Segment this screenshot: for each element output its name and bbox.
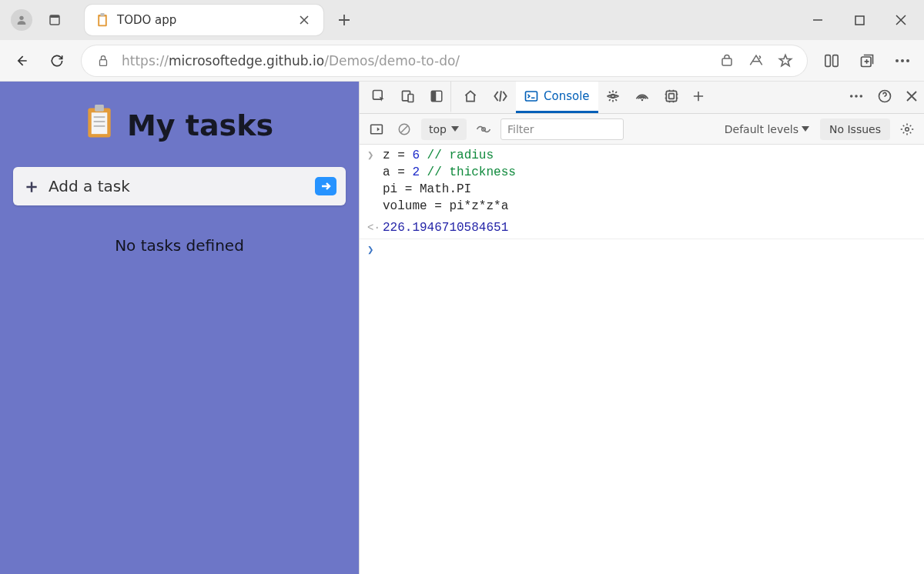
issues-button[interactable]: No Issues (820, 118, 890, 140)
execution-context-label: top (429, 123, 447, 135)
add-task-placeholder: Add a task (49, 177, 307, 195)
svg-point-12 (896, 59, 899, 62)
svg-rect-6 (855, 16, 864, 25)
devtools-help-icon[interactable] (870, 82, 899, 113)
tab-title: TODO app (117, 13, 288, 27)
devtools-tabstrip: Console (360, 82, 924, 114)
execution-context-select[interactable]: top (421, 118, 467, 140)
log-levels-label: Default levels (725, 123, 798, 135)
clear-console-icon[interactable] (393, 118, 415, 140)
svg-rect-23 (408, 95, 413, 102)
address-bar[interactable]: https://microsoftedge.github.io/Demos/de… (82, 45, 807, 76)
svg-rect-35 (371, 125, 383, 133)
inspect-element-icon[interactable] (364, 82, 393, 113)
devtools-panel: Console (359, 82, 924, 574)
settings-more-icon[interactable] (887, 45, 918, 76)
shopping-icon[interactable] (716, 50, 738, 72)
svg-rect-17 (95, 105, 104, 112)
svg-rect-8 (722, 58, 732, 65)
toggle-sidebar-icon[interactable] (366, 118, 387, 140)
svg-point-31 (850, 95, 853, 98)
svg-point-32 (855, 95, 858, 98)
url-text: https://microsoftedge.github.io/Demos/de… (122, 53, 460, 68)
window-close-button[interactable] (881, 5, 921, 35)
browser-toolbar: https://microsoftedge.github.io/Demos/de… (0, 40, 924, 82)
console-filter-input[interactable]: Filter (500, 118, 624, 140)
tab-elements[interactable] (485, 82, 516, 113)
refresh-button[interactable] (42, 45, 72, 76)
svg-rect-30 (668, 94, 674, 99)
favorite-icon[interactable] (775, 50, 796, 72)
tab-sources[interactable] (598, 82, 628, 113)
console-output[interactable]: ❯ z = 6 // radius a = 2 // thickness pi … (360, 145, 924, 574)
svg-rect-9 (825, 55, 831, 66)
clipboard-icon (85, 105, 113, 145)
chevron-left-icon: <· (367, 219, 378, 236)
split-screen-icon[interactable] (816, 45, 847, 76)
console-result-value: 226.1946710584651 (383, 221, 508, 235)
tab-console-label: Console (544, 89, 590, 103)
devtools-close-icon[interactable] (899, 82, 924, 113)
collections-icon[interactable] (852, 45, 882, 76)
issues-label: No Issues (829, 123, 881, 135)
browser-titlebar: TODO app (0, 0, 924, 40)
console-settings-icon[interactable] (896, 118, 918, 140)
chevron-down-icon (802, 126, 809, 132)
svg-rect-2 (50, 15, 59, 18)
back-button[interactable] (6, 45, 37, 76)
console-prompt-row[interactable]: ❯ (360, 239, 924, 261)
tab-performance[interactable] (657, 82, 686, 113)
svg-rect-26 (526, 92, 537, 101)
tab-network[interactable] (628, 82, 657, 113)
page-title-text: My tasks (127, 108, 273, 142)
svg-rect-5 (100, 13, 104, 16)
plus-icon: ＋ (22, 174, 41, 199)
dock-side-icon[interactable] (423, 82, 451, 113)
live-expression-icon[interactable] (473, 118, 494, 140)
clipboard-icon (95, 13, 109, 27)
devtools-more-icon[interactable] (842, 82, 870, 113)
tab-welcome[interactable] (456, 82, 485, 113)
chevron-right-icon: ❯ (367, 147, 378, 164)
svg-point-13 (901, 59, 904, 62)
page-viewport: My tasks ＋ Add a task No tasks defined (0, 82, 359, 574)
window-maximize-button[interactable] (839, 5, 879, 35)
svg-rect-29 (666, 91, 676, 101)
submit-task-button[interactable] (315, 177, 336, 195)
content-area: My tasks ＋ Add a task No tasks defined (0, 82, 924, 574)
log-levels-select[interactable]: Default levels (720, 123, 814, 135)
read-aloud-icon[interactable] (745, 50, 767, 72)
add-task-input[interactable]: ＋ Add a task (13, 167, 346, 205)
svg-rect-25 (431, 91, 436, 102)
window-controls (798, 5, 921, 35)
console-input-row: ❯ z = 6 // radius a = 2 // thickness pi … (360, 145, 924, 217)
lock-icon[interactable] (92, 50, 114, 72)
chevron-down-icon (451, 126, 459, 132)
profile-avatar[interactable] (11, 9, 32, 31)
page-title: My tasks (85, 105, 273, 145)
console-filter-placeholder: Filter (507, 123, 534, 135)
svg-point-33 (860, 95, 863, 98)
svg-rect-7 (100, 59, 107, 65)
new-tab-button[interactable] (331, 7, 357, 33)
svg-point-28 (641, 99, 643, 102)
svg-point-38 (906, 127, 909, 131)
svg-rect-16 (92, 112, 108, 134)
console-input-code: z = 6 // radius a = 2 // thickness pi = … (383, 147, 516, 215)
svg-point-14 (906, 59, 909, 62)
chevron-right-icon: ❯ (367, 242, 378, 259)
svg-rect-10 (833, 55, 839, 66)
svg-point-0 (19, 16, 23, 20)
tab-actions-icon[interactable] (42, 7, 68, 33)
window-minimize-button[interactable] (798, 5, 838, 35)
device-emulation-icon[interactable] (393, 82, 423, 113)
console-result-row: <· 226.1946710584651 (360, 217, 924, 239)
empty-state-text: No tasks defined (115, 236, 244, 255)
tab-more[interactable] (686, 82, 711, 113)
tab-console[interactable]: Console (516, 82, 598, 113)
svg-rect-4 (99, 17, 105, 25)
console-toolbar: top Filter Default levels No Issues (360, 114, 924, 145)
tab-close-button[interactable] (296, 12, 313, 28)
browser-tab[interactable]: TODO app (85, 5, 323, 35)
